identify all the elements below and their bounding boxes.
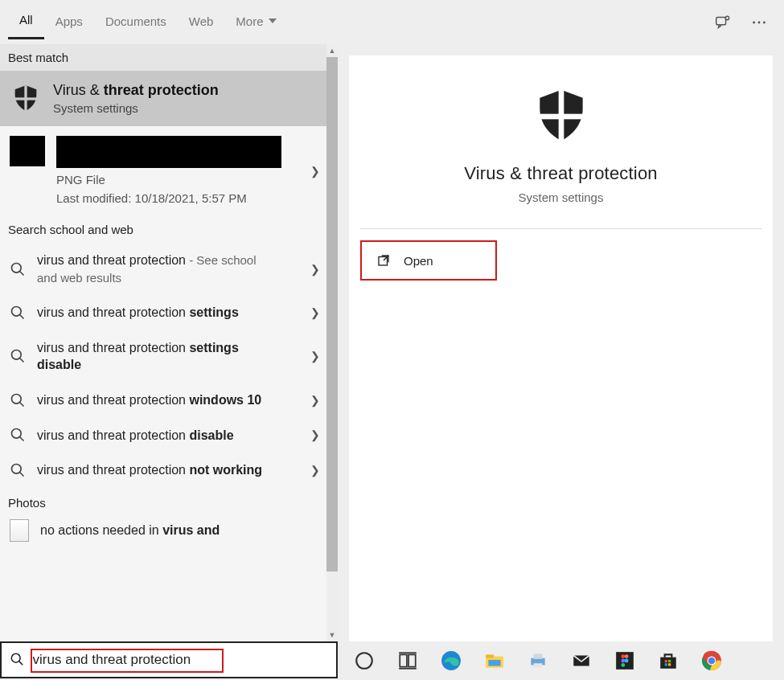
tab-all[interactable]: All (8, 5, 44, 39)
file-modified: Last modified: 10/18/2021, 5:57 PM (56, 191, 281, 205)
chevron-right-icon[interactable]: ❯ (310, 165, 320, 178)
tab-web[interactable]: Web (178, 6, 225, 39)
svg-point-9 (12, 306, 22, 316)
figma-icon[interactable] (614, 650, 635, 671)
best-match-item[interactable]: Virus & threat protection System setting… (0, 71, 338, 126)
preview-panel: Virus & threat protection System setting… (349, 55, 773, 641)
svg-line-23 (19, 662, 23, 666)
search-input[interactable] (33, 652, 328, 668)
svg-point-50 (708, 657, 716, 665)
shield-icon (529, 84, 593, 149)
search-icon (10, 261, 26, 277)
results-panel: Best match Virus & threat protection Sys… (0, 44, 338, 641)
search-icon (10, 462, 26, 478)
svg-point-17 (12, 464, 22, 473)
search-web-header: Search school and web (0, 216, 338, 243)
chrome-icon[interactable] (701, 650, 722, 671)
more-options-icon[interactable] (750, 14, 768, 31)
open-action[interactable]: Open (360, 240, 497, 281)
svg-point-1 (725, 16, 729, 19)
best-match-title-prefix: Virus & (53, 82, 104, 98)
tab-more-label: More (236, 14, 263, 28)
svg-point-24 (356, 653, 372, 669)
tab-apps[interactable]: Apps (44, 6, 94, 39)
preview-title: Virus & threat protection (464, 163, 658, 184)
taskbar (338, 641, 784, 680)
search-icon (10, 652, 25, 668)
search-bar[interactable] (0, 641, 338, 678)
svg-rect-31 (486, 654, 494, 657)
svg-point-4 (763, 21, 766, 23)
chevron-right-icon[interactable]: ❯ (310, 263, 320, 276)
web-suggestion-text: virus and threat protection not working (37, 461, 262, 479)
svg-rect-20 (540, 114, 582, 120)
web-suggestion-text: virus and threat protection disable (37, 427, 234, 444)
scrollbar-thumb[interactable] (326, 57, 338, 571)
file-type: PNG File (56, 173, 281, 186)
edge-icon[interactable] (441, 650, 462, 671)
svg-rect-44 (665, 660, 667, 662)
chevron-right-icon[interactable]: ❯ (310, 350, 320, 363)
svg-point-3 (758, 21, 761, 23)
best-match-title: Virus & threat protection (53, 82, 219, 99)
printer-icon[interactable] (527, 650, 548, 671)
svg-line-18 (20, 472, 24, 476)
svg-point-15 (12, 429, 22, 439)
svg-line-12 (20, 358, 24, 363)
svg-line-16 (20, 437, 24, 441)
svg-point-38 (621, 654, 625, 658)
web-suggestion-5[interactable]: virus and threat protection not working … (0, 453, 338, 488)
divider (360, 228, 761, 229)
best-match-title-bold: threat protection (104, 82, 219, 98)
preview-subtitle: System settings (519, 190, 604, 204)
file-result-item[interactable]: PNG File Last modified: 10/18/2021, 5:57… (0, 126, 338, 216)
cortana-icon[interactable] (354, 650, 375, 671)
web-suggestion-0[interactable]: virus and threat protection - See school… (0, 243, 338, 295)
tab-documents[interactable]: Documents (94, 6, 178, 39)
svg-rect-25 (400, 654, 407, 666)
search-icon (10, 392, 26, 408)
task-view-icon[interactable] (397, 650, 418, 671)
web-suggestion-1[interactable]: virus and threat protection settings ❯ (0, 295, 338, 330)
chevron-right-icon[interactable]: ❯ (310, 394, 320, 407)
chevron-right-icon[interactable]: ❯ (310, 428, 320, 441)
redacted-file-icon (10, 136, 45, 166)
svg-rect-35 (534, 663, 543, 667)
svg-point-7 (12, 263, 22, 272)
photo-result-text: no actions needed in virus and (40, 523, 220, 538)
results-scrollbar[interactable]: ▲ ▼ (326, 44, 338, 641)
chevron-right-icon[interactable]: ❯ (310, 464, 320, 477)
store-icon[interactable] (658, 650, 679, 671)
file-explorer-icon[interactable] (484, 650, 505, 671)
feedback-icon[interactable] (713, 14, 731, 31)
svg-rect-43 (660, 657, 676, 669)
svg-point-39 (625, 654, 629, 658)
mail-icon[interactable] (571, 650, 592, 671)
svg-point-41 (625, 659, 629, 663)
svg-rect-47 (668, 663, 671, 666)
search-icon (10, 348, 26, 364)
chevron-right-icon[interactable]: ❯ (310, 306, 320, 319)
chevron-down-icon (269, 18, 277, 23)
search-icon (10, 305, 26, 321)
scroll-down-icon[interactable]: ▼ (326, 629, 338, 641)
web-suggestion-2[interactable]: virus and threat protection settings dis… (0, 330, 338, 383)
web-suggestion-text: virus and threat protection windows 10 (37, 391, 261, 409)
web-suggestion-3[interactable]: virus and threat protection windows 10 ❯ (0, 383, 338, 418)
open-label: Open (404, 254, 433, 268)
svg-point-42 (621, 663, 625, 667)
tab-more[interactable]: More (224, 6, 287, 39)
web-suggestion-4[interactable]: virus and threat protection disable ❯ (0, 418, 338, 453)
open-icon (376, 253, 391, 268)
web-suggestion-text: virus and threat protection settings dis… (37, 339, 278, 374)
svg-line-10 (20, 314, 24, 318)
svg-rect-32 (488, 660, 500, 666)
svg-rect-0 (716, 17, 726, 24)
svg-point-13 (12, 394, 22, 403)
photo-result-item[interactable]: no actions needed in virus and (0, 514, 338, 542)
svg-point-11 (12, 350, 22, 360)
shield-icon (10, 83, 42, 115)
scroll-up-icon[interactable]: ▲ (326, 44, 338, 57)
search-icon (10, 427, 26, 443)
photos-header: Photos (0, 488, 338, 514)
